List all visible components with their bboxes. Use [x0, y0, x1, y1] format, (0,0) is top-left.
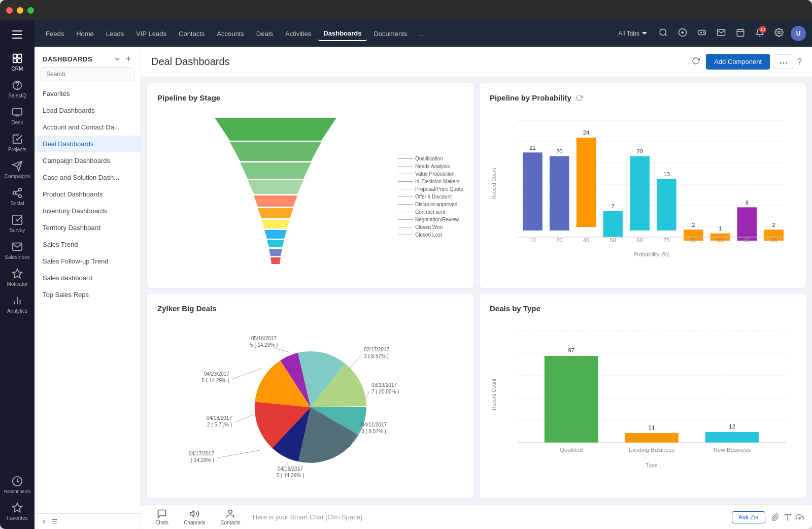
nav-item-sales-trend[interactable]: Sales Trend: [35, 236, 141, 253]
svg-point-36: [778, 31, 781, 34]
sidebar-item-favorites[interactable]: Favorites: [0, 498, 35, 525]
nav-item-case-solution[interactable]: Case and Solution Dash...: [35, 169, 141, 186]
more-options-button[interactable]: [774, 54, 793, 69]
maximize-button[interactable]: [27, 7, 34, 14]
calendar-button[interactable]: [733, 25, 748, 42]
attachment-icon[interactable]: [771, 513, 780, 521]
svg-marker-45: [215, 118, 336, 141]
text-icon[interactable]: [784, 513, 792, 521]
funnel-label-qualification: Qualification: [398, 156, 463, 161]
content-area: Deal Dashboards Add Component ?: [141, 47, 812, 529]
deals-by-type-card: Deals by Type Record Count: [480, 294, 806, 499]
sidebar-item-recent[interactable]: Recent Items: [0, 472, 35, 498]
nav-item-documents[interactable]: Documents: [369, 27, 413, 41]
sidebar-item-salesinbox[interactable]: SalesInbox: [0, 237, 35, 264]
nav-item-vipleads[interactable]: VIP Leads: [131, 27, 172, 41]
page-title: Deal Dashboards: [151, 56, 690, 68]
contacts-bottom-button[interactable]: Contacts: [214, 509, 246, 525]
sidebar-actions: [113, 55, 132, 63]
nav-item-top-sales[interactable]: Top Sales Reps: [35, 286, 141, 303]
funnel-labels: Qualification Needs Analysis Value Propo…: [398, 151, 463, 238]
titlebar: [0, 0, 812, 20]
nav-item-sales-followup[interactable]: Sales Follow-up Trend: [35, 253, 141, 270]
sidebar-item-desk[interactable]: Desk: [0, 103, 35, 129]
nav-search-container: [41, 67, 134, 81]
nav-item-deal-dashboards[interactable]: Deal Dashboards: [35, 136, 141, 152]
add-component-button[interactable]: Add Component: [706, 54, 770, 70]
add-button[interactable]: [675, 25, 690, 42]
nav-item-more[interactable]: ...: [414, 27, 430, 41]
nav-item-inventory[interactable]: Inventory Dashboards: [35, 203, 141, 219]
svg-text:24: 24: [583, 129, 589, 136]
nav-item-territory[interactable]: Territory Dashboard: [35, 219, 141, 236]
minimize-button[interactable]: [17, 7, 23, 14]
x-axis-label-probability: Probability (%): [518, 251, 786, 257]
nav-item-contacts[interactable]: Contacts: [174, 27, 210, 41]
svg-point-147: [229, 510, 232, 514]
refresh-probability-icon[interactable]: [576, 94, 583, 102]
refresh-button[interactable]: [690, 55, 702, 69]
mail-button[interactable]: [714, 25, 729, 42]
settings-button[interactable]: [771, 25, 787, 42]
svg-text:New Business: New Business: [714, 447, 751, 453]
sidebar-item-survey[interactable]: Survey: [0, 210, 35, 237]
nav-item-lead-dashboards[interactable]: Lead Dashboards: [35, 102, 141, 119]
upload-icon[interactable]: [796, 513, 804, 521]
nav-item-campaign[interactable]: Campaign Dashboards: [35, 152, 141, 169]
dashboard-grid: Pipeline by Stage: [141, 77, 812, 505]
svg-text:Existing Business: Existing Business: [629, 447, 675, 453]
sidebar-item-salesiq[interactable]: SalesIQ: [0, 76, 35, 103]
nav-item-accounts[interactable]: Accounts: [212, 27, 249, 41]
search-input[interactable]: [41, 67, 134, 81]
nav-item-deals[interactable]: Deals: [251, 27, 278, 41]
svg-text:5 ( 14.29% ): 5 ( 14.29% ): [250, 342, 277, 348]
nav-item-leads[interactable]: Leads: [101, 27, 129, 41]
funnel-container: Qualification Needs Analysis Value Propo…: [157, 110, 463, 278]
all-tabs-button[interactable]: All Tabs: [614, 28, 652, 39]
svg-rect-1: [12, 34, 22, 35]
nav-item-dashboards[interactable]: Dashboards: [318, 26, 366, 41]
nav-item-feeds[interactable]: Feeds: [41, 27, 69, 41]
svg-point-44: [786, 62, 788, 64]
add-dashboard-icon[interactable]: [124, 55, 132, 63]
top-nav-right: All Tabs: [614, 25, 806, 42]
search-button[interactable]: [656, 25, 671, 42]
sidebar-item-campaigns[interactable]: Campaigns: [0, 156, 35, 183]
close-button[interactable]: [6, 7, 13, 14]
svg-rect-139: [625, 433, 679, 443]
svg-marker-54: [269, 249, 282, 256]
svg-marker-48: [248, 180, 303, 194]
dropdown-icon[interactable]: [113, 55, 121, 63]
nav-item-activities[interactable]: Activities: [280, 27, 316, 41]
hamburger-menu[interactable]: [6, 24, 28, 47]
ask-zia-button[interactable]: Ask Zia: [732, 511, 765, 523]
help-button[interactable]: ?: [797, 57, 802, 67]
svg-marker-146: [190, 511, 194, 517]
notifications-button[interactable]: 13: [752, 25, 767, 42]
sidebar-item-analytics[interactable]: Analytics: [0, 291, 35, 318]
nav-item-home[interactable]: Home: [71, 27, 99, 41]
user-avatar[interactable]: U: [791, 26, 806, 41]
top-navigation: Feeds Home Leads VIP Leads Contacts Acco…: [35, 20, 812, 47]
svg-text:04/16/2017: 04/16/2017: [277, 466, 302, 472]
chats-button[interactable]: Chats: [149, 509, 175, 525]
svg-rect-72: [550, 156, 569, 230]
svg-rect-0: [12, 30, 22, 31]
sidebar-item-crm[interactable]: CRM: [0, 49, 35, 76]
channels-button[interactable]: Channels: [178, 509, 211, 525]
sidebar-item-projects[interactable]: Projects: [0, 129, 35, 156]
nav-item-favorites[interactable]: Favorites: [35, 85, 141, 102]
gamepad-button[interactable]: [694, 25, 709, 42]
sidebar-item-motivator[interactable]: Motivator: [0, 264, 35, 291]
svg-rect-69: [523, 152, 543, 230]
sidebar-item-social[interactable]: Social: [0, 183, 35, 210]
svg-text:13: 13: [663, 171, 669, 177]
nav-item-product[interactable]: Product Dashboards: [35, 186, 141, 203]
svg-rect-6: [18, 59, 21, 62]
nav-item-account-contact[interactable]: Account and Contact Da...: [35, 119, 141, 136]
svg-marker-50: [258, 208, 293, 218]
sidebar-collapse-btn[interactable]: [35, 514, 141, 529]
nav-item-sales-dashboard[interactable]: Sales dashboard: [35, 270, 141, 286]
svg-point-30: [703, 32, 704, 32]
svg-rect-81: [630, 156, 650, 230]
